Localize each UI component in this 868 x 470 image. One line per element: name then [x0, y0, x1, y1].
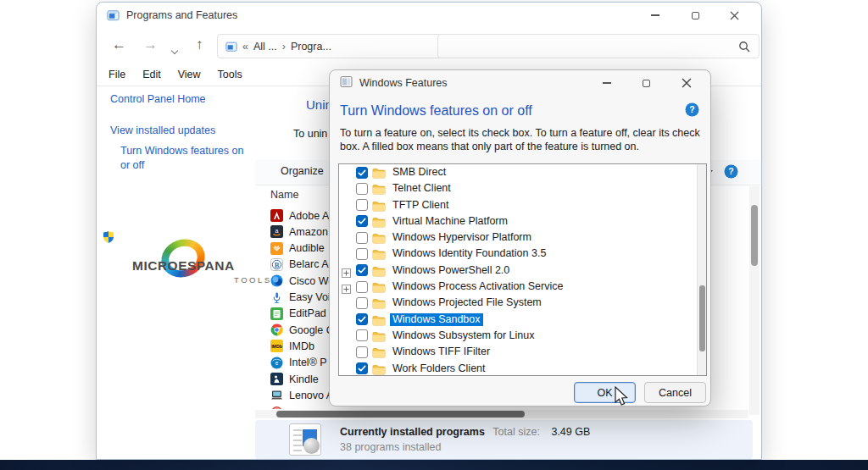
vertical-scrollbar[interactable]	[749, 186, 760, 415]
feature-label-selected[interactable]: Windows Sandbox	[390, 313, 483, 326]
adobe-reader-icon	[270, 209, 283, 222]
features-list: SMB DirectTelnet ClientTFTP ClientVirtua…	[338, 163, 707, 376]
dialog-title: Windows Features	[359, 77, 448, 89]
feature-label[interactable]: Windows TIFF IFilter	[390, 346, 492, 358]
feature-row[interactable]: Windows Sandbox	[339, 312, 706, 328]
feature-row[interactable]: Windows TIFF IFilter	[339, 344, 706, 360]
feature-row[interactable]: Windows Hypervisor Platform	[339, 229, 706, 246]
program-name: Amazon	[289, 226, 328, 238]
feature-checkbox-checked[interactable]	[356, 264, 368, 279]
crumb-ellipsis[interactable]: «	[242, 41, 248, 53]
sidebar-item-turn-windows-features[interactable]: Turn Windows features on or off	[120, 144, 248, 173]
feature-checkbox-unchecked[interactable]	[356, 346, 368, 362]
program-name: Lenovo A	[289, 390, 333, 401]
feature-checkbox-unchecked[interactable]	[356, 248, 368, 263]
feature-row[interactable]: Windows Subsystem for Linux	[339, 328, 706, 344]
status-title: Currently installed programs	[340, 426, 485, 438]
up-icon[interactable]: ↑	[196, 36, 203, 54]
feature-row[interactable]: Windows Projected File System	[339, 295, 706, 311]
program-row[interactable]: Audible	[270, 241, 325, 257]
feature-row[interactable]: SMB Direct	[339, 164, 706, 180]
program-row[interactable]: BBelarc Ac	[270, 257, 334, 273]
feature-label[interactable]: Windows Projected File System	[390, 296, 544, 309]
close-button[interactable]	[715, 3, 754, 28]
feature-label[interactable]: Windows Process Activation Service	[390, 280, 565, 293]
cancel-button[interactable]: Cancel	[644, 382, 706, 403]
feature-checkbox-unchecked[interactable]	[356, 183, 368, 198]
feature-label[interactable]: Virtual Machine Platform	[390, 215, 510, 228]
menu-file[interactable]: File	[108, 69, 125, 80]
feature-label[interactable]: SMB Direct	[390, 166, 448, 179]
feature-checkbox-unchecked[interactable]	[356, 297, 368, 312]
horizontal-scrollbar-thumb[interactable]	[276, 411, 525, 417]
menu-tools[interactable]: Tools	[218, 69, 242, 80]
folder-icon	[372, 314, 386, 329]
program-row[interactable]: Easy Voi	[270, 290, 331, 306]
feature-row[interactable]: TFTP Client	[339, 197, 706, 213]
breadcrumb[interactable]: Progra...	[291, 41, 331, 53]
feature-label[interactable]: Windows Subsystem for Linux	[390, 329, 537, 342]
program-name: Belarc Ac	[289, 258, 334, 270]
vertical-scrollbar-thumb[interactable]	[751, 205, 758, 266]
program-row[interactable]: Cisco We	[270, 273, 334, 289]
belarc-icon: B	[270, 258, 283, 271]
feature-row[interactable]: Windows PowerShell 2.0	[339, 263, 706, 279]
minimize-button[interactable]	[636, 3, 676, 28]
horizontal-scrollbar[interactable]	[255, 410, 748, 418]
folder-icon	[372, 216, 386, 231]
feature-label[interactable]: Work Folders Client	[390, 362, 488, 375]
folder-icon	[372, 297, 386, 312]
back-icon[interactable]: ←	[112, 36, 126, 54]
feature-checkbox-unchecked[interactable]	[356, 199, 368, 214]
program-row[interactable]: EditPad L	[270, 306, 335, 322]
folder-icon	[372, 167, 386, 182]
program-row[interactable]	[270, 404, 289, 409]
feature-checkbox-checked[interactable]	[356, 215, 368, 230]
sidebar-item-view-installed-updates[interactable]: View installed updates	[110, 124, 215, 136]
feature-label[interactable]: Windows PowerShell 2.0	[390, 264, 512, 277]
feature-label[interactable]: Windows Identity Foundation 3.5	[390, 247, 548, 260]
features-scrollbar-thumb[interactable]	[699, 285, 705, 351]
program-row[interactable]: Kindle	[270, 371, 319, 387]
program-row[interactable]: Lenovo A	[270, 387, 333, 403]
dialog-maximize-button[interactable]	[626, 70, 666, 96]
feature-label[interactable]: Windows Hypervisor Platform	[390, 231, 534, 244]
page-subtext: To unin	[293, 128, 327, 140]
feature-row[interactable]: Virtual Machine Platform	[339, 213, 706, 229]
program-name: Google C	[289, 324, 334, 336]
feature-checkbox-checked[interactable]	[356, 362, 368, 376]
feature-checkbox-unchecked[interactable]	[356, 329, 368, 345]
dialog-help-icon[interactable]: ?	[685, 102, 699, 120]
maximize-button[interactable]	[676, 3, 715, 28]
menu-edit[interactable]: Edit	[142, 69, 161, 80]
breadcrumb[interactable]: All ...	[253, 41, 277, 53]
program-row[interactable]: aAmazon	[270, 224, 328, 240]
feature-label[interactable]: TFTP Client	[390, 199, 451, 212]
audible-icon	[270, 242, 283, 255]
menu-view[interactable]: View	[178, 69, 201, 80]
organize-button[interactable]: Organize	[281, 165, 324, 177]
history-chevron-icon[interactable]	[172, 41, 177, 57]
program-row[interactable]: eIntel® P	[270, 355, 327, 371]
folder-icon	[372, 248, 386, 263]
help-icon[interactable]: ?	[724, 164, 738, 182]
program-row[interactable]: Adobe A	[270, 207, 329, 224]
feature-checkbox-unchecked[interactable]	[356, 232, 368, 247]
features-scrollbar[interactable]	[697, 164, 706, 375]
feature-label[interactable]: Telnet Client	[390, 182, 453, 195]
feature-checkbox-checked[interactable]	[356, 167, 368, 182]
forward-icon[interactable]: →	[143, 36, 158, 54]
feature-row[interactable]: Telnet Client	[339, 180, 706, 196]
search-input[interactable]	[437, 34, 760, 58]
dialog-close-button[interactable]	[667, 70, 707, 96]
feature-row[interactable]: Work Folders Client	[339, 361, 706, 376]
column-header-name[interactable]: Name	[270, 189, 298, 201]
sidebar-item-control-panel-home[interactable]: Control Panel Home	[110, 93, 206, 105]
feature-checkbox-checked[interactable]	[356, 313, 368, 329]
feature-checkbox-unchecked[interactable]	[356, 281, 368, 296]
feature-row[interactable]: Windows Process Activation Service	[339, 279, 706, 295]
feature-row[interactable]: Windows Identity Foundation 3.5	[339, 246, 706, 262]
program-row[interactable]: Google C	[270, 322, 334, 338]
program-row[interactable]: IMDbIMDb	[270, 338, 314, 354]
dialog-minimize-button[interactable]	[587, 70, 626, 96]
